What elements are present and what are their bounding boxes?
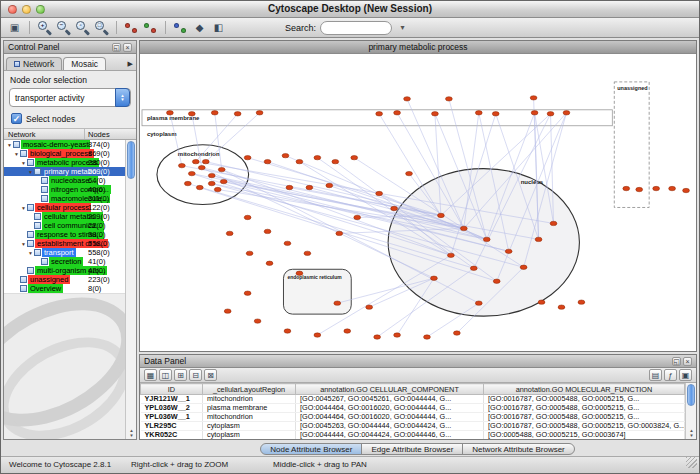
network-node[interactable]: [244, 291, 251, 295]
network-node[interactable]: [306, 185, 313, 189]
network-edge[interactable]: [206, 113, 260, 162]
network-node[interactable]: [374, 335, 381, 339]
network-node[interactable]: [314, 155, 321, 159]
zoom-in-icon[interactable]: +: [36, 20, 53, 36]
new-network-from-selection-icon[interactable]: [172, 20, 189, 36]
annotation-icon[interactable]: ◆: [191, 20, 208, 36]
network-node[interactable]: [547, 112, 554, 116]
tree-item-nucleobase[interactable]: nucleobase...64(0): [4, 176, 125, 185]
zoom-selected-icon[interactable]: ▫: [74, 20, 91, 36]
tree-item-transport[interactable]: ▼transport558(0): [4, 248, 125, 257]
tree-item-biological-process[interactable]: ▼biological_process869(0): [4, 149, 125, 158]
tree-expand-icon[interactable]: ▼: [6, 142, 13, 148]
network-node[interactable]: [404, 97, 411, 101]
network-node[interactable]: [167, 111, 174, 115]
table-row[interactable]: YPL036W__1mitochondrion[GO:0044464, GO:0…: [141, 413, 685, 422]
network-node[interactable]: [188, 112, 195, 116]
network-node[interactable]: [314, 333, 321, 337]
network-node[interactable]: [244, 215, 251, 219]
tree-item-cellular-metabo[interactable]: cellular metabo...209(0): [4, 212, 125, 221]
tree-expand-icon[interactable]: ▼: [13, 151, 20, 157]
search-options-icon[interactable]: ▾: [396, 20, 409, 36]
copy-attribute-icon[interactable]: ◫: [159, 369, 172, 381]
tree-item-cellular-process[interactable]: ▼cellular process122(0): [4, 203, 125, 212]
network-node[interactable]: [354, 215, 361, 219]
tree-expand-icon[interactable]: ▼: [20, 241, 27, 247]
network-node[interactable]: [214, 187, 221, 191]
float-panel-icon[interactable]: ◱: [112, 43, 121, 52]
network-node[interactable]: [351, 155, 358, 159]
desktop-icon[interactable]: ▣: [6, 20, 23, 36]
table-row[interactable]: YLR295Ccytoplasm[GO:0045263, GO:0044444,…: [141, 422, 685, 431]
network-node[interactable]: [431, 276, 438, 280]
network-node[interactable]: [492, 112, 499, 116]
new-attribute-icon[interactable]: ⊞: [174, 369, 187, 381]
network-node[interactable]: [460, 226, 467, 230]
tree-expand-icon[interactable]: ▼: [20, 205, 27, 211]
network-node[interactable]: [683, 188, 690, 192]
search-input[interactable]: [320, 21, 392, 35]
network-node[interactable]: [636, 187, 643, 191]
network-node[interactable]: [493, 279, 500, 283]
network-node[interactable]: [224, 309, 231, 313]
tree-expand-icon[interactable]: ▼: [27, 250, 34, 256]
tree-item-primary-metabo[interactable]: ▼primary metabo...209(0): [4, 167, 125, 176]
tree-item-cell-communica[interactable]: cell communica...22(0): [4, 221, 125, 230]
close-panel-icon[interactable]: ×: [683, 357, 692, 366]
tree-item-establishment-of-lo[interactable]: ▼establishment of lo...558(0): [4, 239, 125, 248]
tree-item-mosaic-demo-yeast[interactable]: ▼mosaic-demo-yeast874(0): [4, 140, 125, 149]
network-node[interactable]: [211, 111, 218, 115]
window-minimize-button[interactable]: [22, 5, 31, 14]
trash-icon[interactable]: ⊠: [204, 369, 217, 381]
network-node[interactable]: [453, 331, 460, 335]
network-node[interactable]: [446, 97, 453, 101]
network-node[interactable]: [254, 319, 261, 323]
network-node[interactable]: [344, 329, 351, 333]
tree-scrollbar-arrows[interactable]: ▲▼: [126, 428, 137, 438]
network-node[interactable]: [196, 185, 203, 189]
tree-item-response-to-stimu[interactable]: response to stimu...38(0): [4, 230, 125, 239]
network-node[interactable]: [208, 173, 215, 177]
network-node[interactable]: [578, 300, 585, 304]
network-node[interactable]: [184, 181, 191, 185]
table-scrollbar-arrows[interactable]: ▲▼: [686, 428, 696, 438]
network-node[interactable]: [282, 153, 289, 157]
select-nodes-row[interactable]: ✓ Select nodes: [4, 109, 136, 128]
column-header-cellularlayoutregion[interactable]: _cellularLayoutRegion: [203, 384, 296, 395]
network-node[interactable]: [304, 251, 311, 255]
network-node[interactable]: [394, 333, 401, 337]
tree-expand-icon[interactable]: ▼: [27, 169, 34, 175]
network-node[interactable]: [244, 155, 251, 159]
network-node[interactable]: [470, 266, 477, 270]
resize-grip[interactable]: [686, 457, 697, 468]
tree-item-secretion[interactable]: secretion41(0): [4, 257, 125, 266]
zoom-fit-icon[interactable]: □: [93, 20, 110, 36]
import-table-icon[interactable]: ▣: [679, 369, 692, 381]
network-node[interactable]: [256, 111, 263, 115]
network-canvas[interactable]: plasma membranecytoplasmmitochondrionnuc…: [140, 54, 696, 351]
network-node[interactable]: [332, 159, 339, 163]
tree-item-macromolecule[interactable]: macromolecule...311(0): [4, 194, 125, 203]
network-node[interactable]: [653, 186, 660, 190]
network-node[interactable]: [623, 186, 630, 190]
tree-expand-icon[interactable]: ▼: [20, 160, 27, 166]
network-node[interactable]: [530, 96, 537, 100]
tree-item-overview[interactable]: Overview8(0): [4, 284, 125, 293]
network-node[interactable]: [218, 167, 225, 171]
vizmapper-icon[interactable]: ◧: [210, 20, 227, 36]
network-node[interactable]: [234, 112, 241, 116]
close-panel-icon[interactable]: ×: [123, 43, 132, 52]
window-zoom-button[interactable]: [36, 5, 45, 14]
network-node[interactable]: [264, 229, 271, 233]
table-scrollbar[interactable]: ▲▼: [685, 383, 696, 439]
network-node[interactable]: [326, 183, 333, 187]
network-node[interactable]: [432, 112, 439, 116]
column-header-annotation-go-cellular-component[interactable]: annotation.GO CELLULAR_COMPONENT: [296, 384, 484, 395]
window-titlebar[interactable]: Cytoscape Desktop (New Session): [1, 1, 699, 18]
network-node[interactable]: [535, 237, 542, 241]
network-node[interactable]: [406, 171, 413, 175]
table-row[interactable]: YPL036W__2plasma membrane[GO:0044464, GO…: [141, 404, 685, 413]
tree-scrollbar[interactable]: ▲▼: [125, 140, 136, 439]
network-node[interactable]: [550, 221, 557, 225]
network-node[interactable]: [198, 165, 205, 169]
